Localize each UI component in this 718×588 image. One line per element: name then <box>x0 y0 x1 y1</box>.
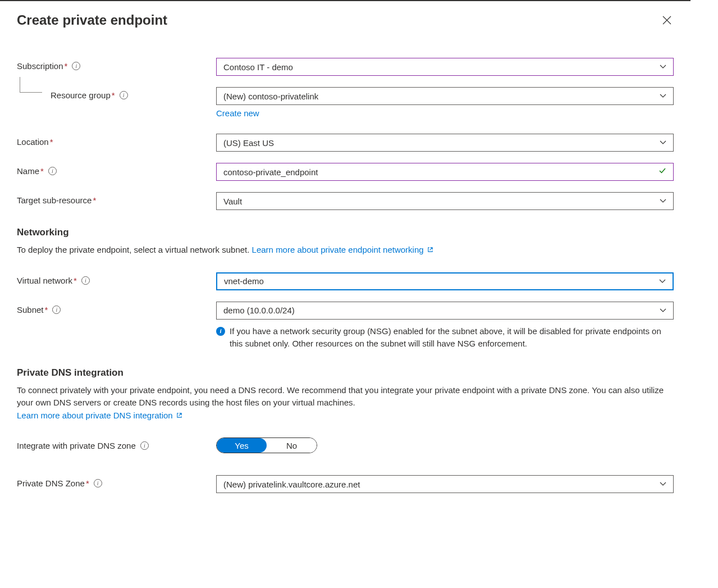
resource-group-select[interactable]: (New) contoso-privatelink <box>216 87 674 105</box>
external-link-icon <box>176 412 182 420</box>
subscription-label: Subscription* i <box>17 58 216 71</box>
name-label: Name* i <box>17 163 216 176</box>
networking-section-title: Networking <box>17 227 674 238</box>
location-label: Location* <box>17 134 216 147</box>
external-link-icon <box>427 247 433 254</box>
integrate-dns-toggle[interactable]: Yes No <box>216 437 317 453</box>
toggle-yes[interactable]: Yes <box>217 438 267 453</box>
integrate-dns-label: Integrate with private DNS zone i <box>17 437 216 450</box>
panel-title: Create private endpoint <box>17 12 167 28</box>
dns-learn-more-link[interactable]: Learn more about private DNS integration <box>17 411 182 420</box>
create-new-link[interactable]: Create new <box>216 108 259 118</box>
close-button[interactable] <box>660 12 674 30</box>
chevron-down-icon <box>660 63 666 70</box>
chevron-down-icon <box>659 278 666 285</box>
virtual-network-select[interactable]: vnet-demo <box>216 272 674 290</box>
info-icon[interactable]: i <box>140 441 149 450</box>
subscription-select[interactable]: Contoso IT - demo <box>216 58 674 76</box>
info-icon[interactable]: i <box>52 306 61 314</box>
private-dns-zone-select[interactable]: (New) privatelink.vaultcore.azure.net <box>216 475 674 493</box>
subnet-select[interactable]: demo (10.0.0.0/24) <box>216 302 674 320</box>
target-sub-resource-select[interactable]: Vault <box>216 192 674 210</box>
private-dns-zone-label: Private DNS Zone* i <box>17 475 216 488</box>
chevron-down-icon <box>660 139 666 146</box>
name-input[interactable]: contoso-private_endpoint <box>216 163 674 181</box>
networking-learn-more-link[interactable]: Learn more about private endpoint networ… <box>252 245 433 254</box>
info-note-icon: i <box>216 327 225 336</box>
resource-group-label: Resource group* i <box>17 87 216 100</box>
chevron-down-icon <box>660 307 666 314</box>
info-icon[interactable]: i <box>72 62 80 70</box>
subnet-label: Subnet* i <box>17 302 216 314</box>
dns-section-desc: To connect privately with your private e… <box>17 384 674 422</box>
info-icon[interactable]: i <box>48 167 57 175</box>
chevron-down-icon <box>660 93 666 99</box>
location-select[interactable]: (US) East US <box>216 134 674 152</box>
networking-section-desc: To deploy the private endpoint, select a… <box>17 244 674 257</box>
chevron-down-icon <box>660 481 666 487</box>
subnet-nsg-note: i If you have a network security group (… <box>216 325 674 350</box>
info-icon[interactable]: i <box>120 91 128 99</box>
create-private-endpoint-panel: Create private endpoint Subscription* i … <box>0 0 690 527</box>
chevron-down-icon <box>660 198 666 204</box>
dns-section-title: Private DNS integration <box>17 367 674 379</box>
checkmark-icon <box>658 167 666 177</box>
virtual-network-label: Virtual network* i <box>17 272 216 285</box>
target-sub-resource-label: Target sub-resource* <box>17 192 216 205</box>
info-icon[interactable]: i <box>94 479 102 487</box>
info-icon[interactable]: i <box>81 276 90 285</box>
tree-connector-icon <box>20 77 42 93</box>
toggle-no[interactable]: No <box>267 438 317 453</box>
